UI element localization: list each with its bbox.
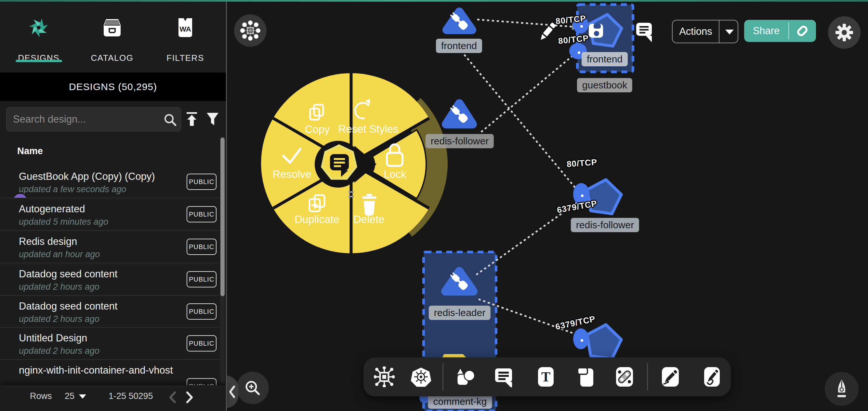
design-updated: updated 2 hours ago (19, 282, 99, 292)
tab-filters[interactable]: WA FILTERS (150, 11, 221, 70)
catalog-archive-icon (100, 16, 124, 39)
actions-caret-icon[interactable] (725, 30, 734, 34)
rows-per-page-select[interactable]: 25 (65, 391, 74, 401)
menu-label-resolve[interactable]: Resolve (272, 168, 311, 180)
edge-frontend-redisfollower[interactable] (464, 55, 579, 192)
prev-page-icon[interactable] (166, 389, 180, 406)
link-icon[interactable] (614, 366, 635, 387)
share-button-label[interactable]: Share (744, 20, 788, 42)
edge-label-80tcp: 80/TCP (566, 157, 597, 169)
menu-label-delete[interactable]: Delete (353, 213, 384, 226)
node-label-guestbook[interactable]: guestbook (577, 78, 632, 92)
visualize-cluster-button[interactable] (234, 14, 267, 47)
svg-text:WA: WA (180, 25, 191, 33)
kanvas-app: DESIGNS CATALOG WA FILTERS DESIGNS (50,2… (0, 0, 868, 411)
rows-label: Rows (30, 391, 52, 401)
actions-divider (719, 21, 719, 42)
node-label-redis-leader[interactable]: redis-leader (429, 306, 491, 320)
menu-label-lock[interactable]: Lock (383, 168, 406, 180)
actions-button-label[interactable]: Actions (673, 21, 719, 42)
schematic-icon[interactable] (374, 366, 395, 387)
menu-label-copy[interactable]: Copy (305, 123, 330, 136)
node-label-frontend-service[interactable]: frontend (582, 52, 628, 66)
design-name: nginx-with-init-container-and-vhost (19, 364, 173, 376)
design-name: Datadog seed content (19, 300, 117, 312)
shapes-icon[interactable] (455, 366, 475, 387)
toolbar-separator (647, 363, 648, 390)
visibility-badge: PUBLIC (187, 174, 217, 190)
design-updated: updated 2 hours ago (19, 346, 99, 356)
rows-per-page-caret-icon[interactable] (79, 394, 86, 399)
settings-button[interactable] (828, 16, 861, 49)
list-item-design[interactable]: Redis design updated an hour ago PUBLIC (0, 231, 220, 263)
design-updated: updated an hour ago (19, 249, 100, 260)
wasm-filter-icon: WA (174, 16, 197, 39)
pen-arrow-icon[interactable] (660, 366, 681, 387)
list-item-design[interactable]: GuestBook App (Copy) (Copy) updated a fe… (0, 166, 220, 198)
list-item-design[interactable]: Datadog seed content updated 2 hours ago… (0, 263, 220, 296)
design-name: GuestBook App (Copy) (Copy) (19, 171, 155, 182)
node-redis-follower-deployment[interactable] (446, 104, 473, 124)
design-name: Redis design (19, 236, 77, 247)
gear-icon (835, 23, 854, 42)
comment-icon[interactable] (493, 366, 514, 387)
share-button[interactable]: Share (744, 20, 816, 42)
cluster-mesh-icon (240, 20, 261, 41)
pagination-range: 1-25 50295 (108, 391, 153, 401)
design-name: Untitled Design (19, 332, 87, 344)
list-item-design[interactable]: Datadog seed content updated 2 hours ago… (0, 295, 220, 328)
tab-filters-label: FILTERS (150, 53, 221, 63)
design-updated: updated a few seconds ago (19, 184, 126, 195)
chevron-left-icon (227, 385, 237, 399)
search-icon (163, 113, 178, 127)
visibility-badge: PUBLIC (187, 271, 217, 288)
kubernetes-icon[interactable] (411, 366, 431, 387)
tab-catalog[interactable]: CATALOG (76, 11, 148, 70)
search-input[interactable] (12, 108, 157, 131)
node-label-frontend[interactable]: frontend (436, 39, 482, 53)
pen-nib-icon (832, 379, 851, 399)
list-item-design[interactable]: nginx-with-init-container-and-vhost PUBL… (0, 359, 220, 388)
design-pen-button[interactable] (825, 372, 859, 406)
scrollbar-thumb[interactable] (220, 138, 225, 296)
brand-top-border (0, 0, 868, 2)
menu-label-reset-styles[interactable]: Reset Styles (338, 123, 398, 135)
column-header-name: Name (17, 146, 43, 156)
actions-button[interactable]: Actions (672, 20, 738, 43)
designs-sidebar: DESIGNS CATALOG WA FILTERS DESIGNS (50,2… (0, 2, 226, 411)
toolbar-separator (442, 363, 443, 390)
note-icon[interactable] (576, 366, 596, 387)
menu-label-duplicate[interactable]: Duplicate (294, 213, 339, 226)
node-label-redis-follower[interactable]: redis-follower (426, 134, 494, 148)
copy-link-icon[interactable] (792, 23, 813, 39)
zoom-in-icon (244, 379, 262, 397)
meshery-logo-icon (27, 16, 51, 39)
save-icon (589, 24, 603, 38)
list-item-design[interactable]: Autogenerated updated 5 minutes ago PUBL… (0, 198, 220, 231)
list-item-design[interactable]: Untitled Design updated 2 hours ago PUBL… (0, 327, 220, 360)
publish-icon[interactable] (185, 112, 198, 127)
node-redis-leader-service[interactable] (587, 325, 622, 359)
search-box[interactable] (6, 107, 181, 131)
canvas-toolbar: T (364, 357, 731, 397)
zoom-in-button[interactable] (236, 372, 269, 404)
panel-title: DESIGNS (50,295) (0, 72, 226, 101)
text-icon[interactable]: T (535, 366, 556, 387)
node-frontend-deployment[interactable] (447, 11, 472, 31)
sidebar-scrollbar[interactable] (220, 137, 225, 384)
design-name: Datadog seed content (19, 268, 117, 280)
next-page-icon[interactable] (183, 389, 196, 406)
visibility-badge: PUBLIC (187, 303, 217, 320)
sketch-icon[interactable] (702, 366, 722, 387)
annotation-comment-icon[interactable] (636, 23, 652, 42)
visibility-badge: PUBLIC (187, 239, 217, 255)
node-label-redis-follower-service[interactable]: redis-follower (571, 218, 639, 232)
tab-catalog-label: CATALOG (76, 53, 148, 63)
node-label-comment-kg[interactable]: comment-kg (428, 394, 492, 409)
pagination-bar: Rows 25 1-25 50295 (0, 385, 226, 411)
svg-text:T: T (541, 370, 550, 384)
filter-funnel-icon[interactable] (206, 112, 219, 127)
visibility-badge: PUBLIC (187, 206, 217, 223)
share-divider (788, 23, 789, 39)
design-updated: updated 2 hours ago (19, 314, 99, 324)
